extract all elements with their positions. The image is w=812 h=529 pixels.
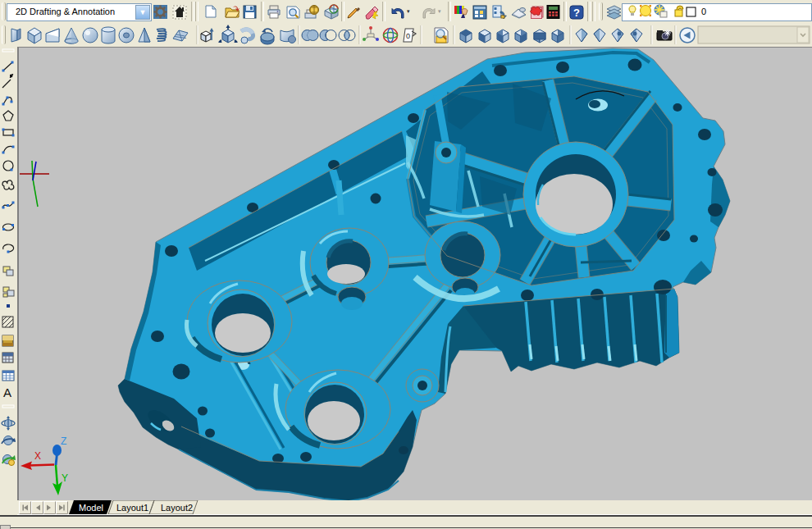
svg-text:Model: Model (79, 503, 103, 513)
svg-text:0: 0 (701, 7, 706, 16)
svg-text:Layout1: Layout1 (116, 503, 148, 513)
svg-text:Y: Y (62, 472, 68, 484)
svg-text:X: X (34, 450, 41, 462)
svg-text:A: A (3, 385, 11, 399)
svg-text:?: ? (573, 7, 580, 19)
svg-text:Z: Z (61, 436, 66, 447)
svg-text:Layout2: Layout2 (161, 503, 193, 513)
svg-text:0: 0 (406, 32, 410, 40)
